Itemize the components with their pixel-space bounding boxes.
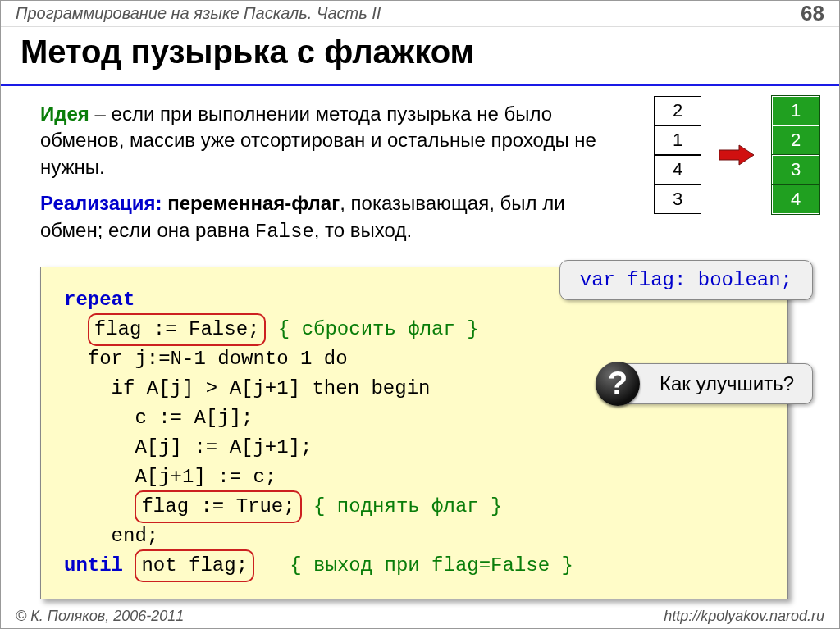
kw-until: until <box>64 554 123 577</box>
slide-footer: © К. Поляков, 2006-2011 http://kpolyakov… <box>1 604 839 628</box>
slide: Программирование на языке Паскаль. Часть… <box>0 0 840 629</box>
realization-keyword: Реализация: <box>40 192 162 214</box>
cell: 1 <box>772 96 819 125</box>
cell: 1 <box>654 125 701 155</box>
pill-flag-true: flag := True; <box>135 490 301 523</box>
array-after: 1 2 3 4 <box>772 96 819 214</box>
footer-right: http://kpolyakov.narod.ru <box>664 608 824 625</box>
callout-var-decl: var flag: boolean; <box>559 260 813 300</box>
idea-text: – если при выполнении метода пузырька не… <box>40 103 596 178</box>
realization-paragraph: Реализация: переменная-флаг, показывающа… <box>40 190 631 245</box>
footer-left: © К. Поляков, 2006-2011 <box>16 608 184 625</box>
pill-flag-false: flag := False; <box>88 313 267 346</box>
code-line: A[j] := A[j+1]; <box>64 436 312 458</box>
comment-raise: { поднять флаг } <box>313 495 502 517</box>
q-mark: ? <box>608 365 628 402</box>
code-wrap: var flag: boolean; ? Как улучшить? repea… <box>40 267 810 599</box>
false-literal: False <box>255 221 314 243</box>
header-left: Программирование на языке Паскаль. Часть… <box>16 4 381 23</box>
slide-body: 2 1 4 3 1 2 3 4 Идея – если при выполнен… <box>1 101 839 599</box>
code-box: repeat flag := False; { cбросить флаг } … <box>40 267 788 599</box>
cell: 3 <box>654 185 701 214</box>
realization-text-2: , то выход. <box>314 219 412 241</box>
svg-marker-0 <box>719 145 754 165</box>
cell: 2 <box>654 96 701 125</box>
page-number: 68 <box>801 1 824 26</box>
idea-keyword: Идея <box>40 103 89 125</box>
code-line: if A[j] > A[j+1] then begin <box>64 377 430 399</box>
idea-paragraph: Идея – если при выполнении метода пузырь… <box>40 101 631 180</box>
slide-title: Метод пузырька с флажком <box>21 34 819 71</box>
callout-var-text: var flag: boolean; <box>580 269 792 291</box>
code-line: for j:=N-1 downto 1 do <box>64 348 348 370</box>
array-before: 2 1 4 3 <box>654 96 701 214</box>
cell: 3 <box>772 155 819 185</box>
code-line: c := A[j]; <box>64 407 253 429</box>
callout-question-text: Как улучшить? <box>660 372 794 394</box>
cell: 4 <box>654 155 701 185</box>
slide-header: Программирование на языке Паскаль. Часть… <box>1 1 839 27</box>
pill-not-flag: not flag; <box>135 549 254 582</box>
array-diagram: 2 1 4 3 1 2 3 4 <box>654 96 819 214</box>
cell: 2 <box>772 125 819 155</box>
question-mark-icon: ? <box>596 362 640 406</box>
comment-exit: { выход при flag=False } <box>290 554 573 577</box>
cell: 4 <box>772 185 819 214</box>
callout-question: ? Как улучшить? <box>609 363 813 404</box>
arrow-right-icon <box>719 147 754 163</box>
code-line: A[j+1] := c; <box>64 466 276 488</box>
code-line: end; <box>64 525 158 547</box>
comment-reset: { cбросить флаг } <box>278 318 479 340</box>
title-bar: Метод пузырька с флажком <box>1 27 839 86</box>
kw-repeat: repeat <box>64 289 135 311</box>
realization-bold: переменная-флаг <box>162 192 340 214</box>
